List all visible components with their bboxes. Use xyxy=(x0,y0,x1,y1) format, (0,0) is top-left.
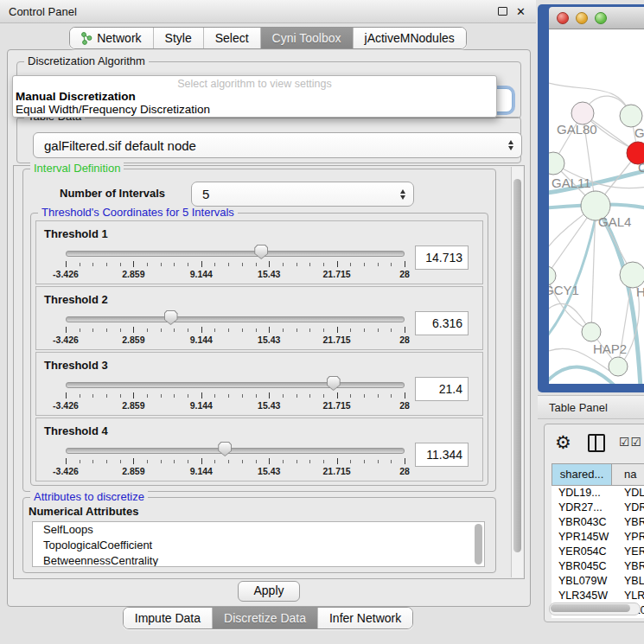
number-of-intervals-label: Number of Intervals xyxy=(60,187,165,200)
table-header: shared... na xyxy=(552,463,644,486)
tab-discretize-data[interactable]: Discretize Data xyxy=(212,608,317,628)
panel-title: Control Panel xyxy=(0,5,498,18)
network-view-window: GAL80GCGAL11GAL4GCY1HHAP2 xyxy=(538,4,644,392)
scale-label: 21.715 xyxy=(323,466,351,476)
settings-vertical-scrollbar[interactable] xyxy=(511,167,523,577)
attributes-scrollbar-thumb[interactable] xyxy=(475,524,482,564)
tab-jactivemnodules[interactable]: jActiveMNodules xyxy=(353,28,466,48)
settings-scroll-viewport: Interval Definition Number of Intervals … xyxy=(13,165,525,579)
table-data-combobox[interactable]: galFiltered.sif default node xyxy=(33,132,522,158)
tab-style[interactable]: Style xyxy=(153,28,203,48)
threshold-panel: Threshold 4 -3.4262.8599.14415.4321.7152… xyxy=(35,418,483,481)
tick-mark xyxy=(133,458,134,464)
table-cell: YBR0 xyxy=(612,515,644,530)
threshold-panel: Threshold 1 -3.4262.8599.14415.4321.7152… xyxy=(35,220,483,284)
tick-mark xyxy=(309,394,310,398)
table-cell: YPR145W xyxy=(552,530,612,545)
network-node[interactable] xyxy=(549,152,564,175)
tab-network[interactable]: Network xyxy=(70,28,152,48)
slider-thumb[interactable] xyxy=(218,442,232,456)
scale-label: 9.144 xyxy=(190,335,213,345)
zoom-traffic-light[interactable] xyxy=(595,12,607,24)
column-header-name[interactable]: na xyxy=(612,463,644,486)
float-window-icon[interactable] xyxy=(498,7,507,16)
tick-mark xyxy=(120,263,121,266)
table-row[interactable]: YLR345WYLR3 xyxy=(552,589,644,603)
tick-mark xyxy=(201,458,202,464)
slider-thumb[interactable] xyxy=(254,245,268,259)
table-cell: YLR3 xyxy=(612,589,644,603)
tick-mark xyxy=(92,263,93,266)
table-row[interactable]: YBR043CYBR0 xyxy=(552,515,644,530)
slider-track[interactable] xyxy=(66,448,405,454)
attribute-item[interactable]: BetweennessCentrality xyxy=(33,553,484,567)
attributes-list-scrollbar[interactable] xyxy=(475,524,482,564)
tab-select[interactable]: Select xyxy=(203,28,260,48)
close-icon[interactable]: ✕ xyxy=(516,6,526,17)
close-traffic-light[interactable] xyxy=(557,12,569,24)
algorithm-option-manual[interactable]: Manual Discretization xyxy=(13,90,496,103)
tick-mark xyxy=(242,328,243,332)
attribute-item[interactable]: SelfLoops xyxy=(33,522,484,538)
tick-mark xyxy=(188,263,188,266)
node-table: shared... na YDL19...YDL1YDR27...YDR2YBR… xyxy=(552,463,644,618)
scale-label: 9.144 xyxy=(190,400,213,411)
gear-icon[interactable]: ⚙ xyxy=(555,431,571,454)
slider-thumb[interactable] xyxy=(327,376,341,391)
attribute-item[interactable]: TopologicalCoefficient xyxy=(33,538,484,553)
table-horizontal-scrollbar[interactable] xyxy=(549,603,641,615)
table-cell: YDL1 xyxy=(612,486,644,501)
minimize-traffic-light[interactable] xyxy=(576,12,588,24)
tick-mark xyxy=(66,392,67,399)
tick-mark xyxy=(309,263,310,266)
tab-impute-data[interactable]: Impute Data xyxy=(124,608,212,628)
settings-scrollbar-thumb[interactable] xyxy=(513,179,521,552)
table-row[interactable]: YBL079WYBL0 xyxy=(552,574,644,589)
threshold-value[interactable]: 14.713 xyxy=(415,245,469,270)
table-row[interactable]: YDL19...YDL1 xyxy=(552,486,644,501)
tick-mark xyxy=(120,460,121,463)
tick-mark xyxy=(378,263,379,266)
table-row[interactable]: YER054CYER0 xyxy=(552,545,644,559)
network-node[interactable] xyxy=(609,357,628,376)
scale-label: 28 xyxy=(399,400,410,411)
tick-mark xyxy=(147,394,148,398)
thresholds-group-title: Threshold's Coordinates for 5 Intervals xyxy=(38,207,238,219)
table-hscrollbar-thumb[interactable] xyxy=(551,604,630,612)
table-cell: YDL19... xyxy=(552,486,612,501)
tab-cyni-toolbox[interactable]: Cyni Toolbox xyxy=(260,28,353,48)
columns-icon[interactable] xyxy=(588,434,605,452)
number-of-intervals-spinner[interactable]: 5 xyxy=(191,182,414,207)
threshold-value[interactable]: 21.4 xyxy=(415,377,469,401)
network-node[interactable] xyxy=(620,105,642,127)
threshold-value[interactable]: 6.316 xyxy=(415,311,469,335)
threshold-value[interactable]: 11.344 xyxy=(415,443,469,467)
table-row[interactable]: YPR145WYPR1 xyxy=(552,530,644,545)
tick-mark xyxy=(161,460,162,463)
slider-track[interactable] xyxy=(66,251,405,257)
slider-track[interactable] xyxy=(66,316,405,322)
network-node[interactable] xyxy=(582,322,601,341)
tick-mark xyxy=(133,327,134,333)
tick-mark xyxy=(405,392,405,399)
select-columns-checkboxes-icon[interactable]: ☑☑ xyxy=(619,435,642,449)
network-canvas[interactable]: GAL80GCGAL11GAL4GCY1HHAP2 xyxy=(549,29,644,384)
table-row[interactable]: YDR27...YDR2 xyxy=(552,501,644,515)
table-row[interactable]: YBR045CYBR0 xyxy=(552,559,644,574)
numerical-attributes-list[interactable]: SelfLoopsTopologicalCoefficientBetweenne… xyxy=(32,521,485,567)
threshold-panel: Threshold 2 -3.4262.8599.14415.4321.7152… xyxy=(35,286,483,350)
slider-track[interactable] xyxy=(66,382,405,388)
algorithm-option-equal-width[interactable]: Equal Width/Frequency Discretization xyxy=(13,103,496,116)
tick-mark xyxy=(323,394,324,398)
tick-mark xyxy=(337,392,338,399)
tick-mark xyxy=(391,394,392,398)
tab-infer-network[interactable]: Infer Network xyxy=(317,608,412,628)
tick-mark xyxy=(161,394,162,398)
number-of-intervals-value: 5 xyxy=(192,187,400,201)
column-header-shared-name[interactable]: shared... xyxy=(552,463,612,486)
tick-mark xyxy=(80,394,80,398)
slider-thumb[interactable] xyxy=(164,310,178,325)
apply-button[interactable]: Apply xyxy=(238,581,300,602)
table-panel-title: Table Panel xyxy=(538,401,608,414)
scale-label: 21.715 xyxy=(323,335,351,345)
